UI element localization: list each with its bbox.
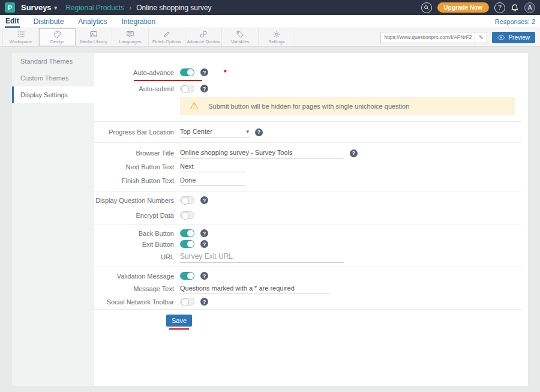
row-warning: ⚠ Submit button will be hidden for pages… <box>94 97 521 115</box>
toolbar-item-label: Workspace <box>10 39 32 44</box>
chevron-down-icon: ▾ <box>246 128 249 134</box>
next-button-text-input[interactable] <box>180 161 246 172</box>
warning-icon: ⚠ <box>190 101 199 111</box>
encrypt-data-toggle[interactable] <box>180 211 194 219</box>
tab-analytics[interactable]: Analytics <box>77 16 107 27</box>
upgrade-now-button[interactable]: Upgrade Now <box>437 2 489 13</box>
row-message-text: Message Text <box>94 283 521 294</box>
preview-button[interactable]: Preview <box>492 32 535 43</box>
save-area: Save <box>166 315 192 330</box>
annotation-underline-auto-advance <box>134 80 202 81</box>
row-encrypt-data: Encrypt Data <box>94 211 521 219</box>
help-button[interactable]: ? <box>494 2 505 13</box>
questionpro-logo[interactable]: P <box>5 2 15 13</box>
toolbar-item-label: Advance Quotas <box>187 39 220 44</box>
edit-url-icon[interactable]: ✎ <box>475 32 487 43</box>
main-nav: Edit Distribute Analytics Integration Re… <box>0 15 540 28</box>
row-exit-url: URL <box>94 251 521 263</box>
surveys-menu[interactable]: Surveys ▾ <box>21 3 57 12</box>
toolbar-item-settings[interactable]: Settings <box>259 28 295 46</box>
validation-message-help-icon[interactable]: ? <box>200 272 208 280</box>
social-network-toolbar-help-icon[interactable]: ? <box>200 298 208 306</box>
workspace-icon <box>17 30 25 38</box>
toolbar-item-workspace[interactable]: Workspace <box>2 28 39 46</box>
back-button-label: Back Button <box>94 230 180 237</box>
tab-distribute[interactable]: Distribute <box>33 16 65 27</box>
browser-title-help-icon[interactable]: ? <box>350 149 358 157</box>
sidebar-item-standard-themes[interactable]: Standard Themes <box>12 53 94 70</box>
progress-bar-location-select[interactable]: Top Center ▾ <box>180 127 249 137</box>
auto-submit-label: Auto-submit <box>94 85 180 92</box>
notifications-button[interactable] <box>511 4 519 12</box>
row-social-network-toolbar: Social Network Toolbar ? <box>94 298 521 306</box>
row-back-button: Back Button ? <box>94 229 521 237</box>
message-text-label: Message Text <box>94 285 180 292</box>
encrypt-data-label: Encrypt Data <box>94 212 180 219</box>
back-button-toggle[interactable] <box>180 229 194 237</box>
auto-submit-toggle[interactable] <box>180 85 194 92</box>
auto-advance-toggle[interactable] <box>180 68 194 76</box>
top-bar: P Surveys ▾ Regional Products › Online s… <box>0 0 540 15</box>
display-question-numbers-help-icon[interactable]: ? <box>200 196 208 204</box>
avatar-initial: A <box>528 4 532 11</box>
survey-url-input[interactable] <box>381 34 475 40</box>
toolbar-item-label: Media Library <box>80 39 107 44</box>
exit-button-help-icon[interactable]: ? <box>200 240 208 248</box>
social-network-toolbar-label: Social Network Toolbar <box>94 298 180 306</box>
progress-bar-help-icon[interactable]: ? <box>255 128 263 136</box>
survey-url-box: ✎ <box>380 32 487 43</box>
divider <box>94 191 521 191</box>
toolbar-item-design[interactable]: Design <box>39 28 76 46</box>
row-auto-submit: Auto-submit ? <box>94 85 521 92</box>
breadcrumb: Regional Products › Online shopping surv… <box>65 4 211 12</box>
social-network-toolbar-toggle[interactable] <box>180 298 194 306</box>
toolbar-item-finish-options[interactable]: Finish Options <box>149 28 185 46</box>
chevron-down-icon: ▾ <box>55 5 58 11</box>
browser-title-input[interactable] <box>180 148 344 158</box>
auto-advance-help-icon[interactable]: ? <box>200 68 208 76</box>
validation-message-toggle[interactable] <box>180 272 194 280</box>
speech-bubble-icon <box>126 30 134 38</box>
tab-integration[interactable]: Integration <box>121 16 156 27</box>
display-settings-panel: Auto-advance ? * Auto-submit ? ⚠ Submit … <box>94 53 528 386</box>
avatar[interactable]: A <box>524 2 535 13</box>
search-button[interactable] <box>421 2 432 13</box>
toolbar-item-advance-quotas[interactable]: Advance Quotas <box>185 28 222 46</box>
auto-submit-help-icon[interactable]: ? <box>200 85 208 92</box>
toolbar-item-label: Finish Options <box>152 39 181 44</box>
row-next-button-text: Next Button Text <box>94 161 521 172</box>
divider <box>94 224 521 225</box>
row-finish-button-text: Finish Button Text <box>94 175 521 186</box>
annotation-red-mark: * <box>224 68 227 77</box>
message-text-input[interactable] <box>180 283 330 294</box>
exit-url-input[interactable] <box>180 251 344 263</box>
finish-button-text-input[interactable] <box>180 175 246 186</box>
row-display-question-numbers: Display Question Numbers ? <box>94 196 521 204</box>
responses-count[interactable]: Responses: 2 <box>495 18 535 25</box>
toolbar-item-languages[interactable]: Languages <box>112 28 149 46</box>
divider <box>94 142 521 143</box>
divider <box>94 309 521 310</box>
row-exit-button: Exit Button ? <box>94 240 521 248</box>
annotation-underline-save <box>169 328 189 330</box>
topbar-actions: Upgrade Now ? A <box>421 2 535 13</box>
sidebar-item-custom-themes[interactable]: Custom Themes <box>12 70 94 86</box>
toolbar-item-variables[interactable]: Variables <box>222 28 259 46</box>
back-button-help-icon[interactable]: ? <box>200 229 208 237</box>
exit-button-toggle[interactable] <box>180 240 194 248</box>
toolbar-item-label: Variables <box>231 39 250 44</box>
display-question-numbers-toggle[interactable] <box>180 196 194 204</box>
surveys-menu-label: Surveys <box>21 3 52 12</box>
divider <box>94 267 521 267</box>
breadcrumb-survey-name: Online shopping survey <box>136 4 211 12</box>
save-button[interactable]: Save <box>166 315 192 327</box>
content: Standard Themes Custom Themes Display Se… <box>12 53 528 386</box>
search-icon <box>424 5 430 11</box>
toolbar-item-label: Settings <box>268 39 284 44</box>
breadcrumb-folder[interactable]: Regional Products <box>65 4 124 12</box>
finish-button-text-label: Finish Button Text <box>94 177 180 184</box>
palette-icon <box>53 30 62 38</box>
toolbar-item-media-library[interactable]: Media Library <box>76 28 112 46</box>
sidebar-item-display-settings[interactable]: Display Settings <box>12 86 94 103</box>
tab-edit[interactable]: Edit <box>5 16 20 28</box>
